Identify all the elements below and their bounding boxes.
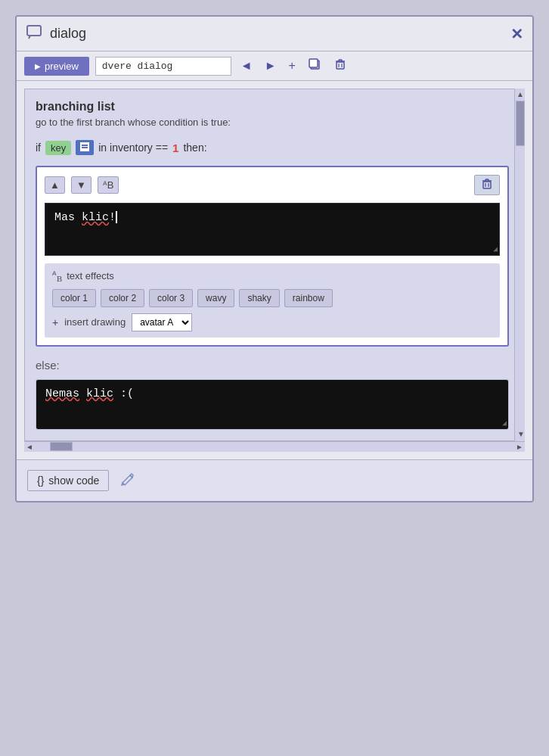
svg-rect-13 — [483, 182, 491, 188]
show-code-button[interactable]: {} show code — [27, 470, 109, 491]
main-content: branching list go to the first branch wh… — [17, 81, 532, 459]
editor-text-after: ! — [109, 211, 116, 224]
else-resize-handle[interactable]: ◢ — [502, 418, 507, 428]
resize-handle[interactable]: ◢ — [493, 244, 498, 254]
scroll-left-arrow[interactable]: ◄ — [24, 443, 35, 451]
section-title: branching list — [36, 100, 509, 114]
close-button[interactable]: ✕ — [510, 25, 523, 43]
toolbar: preview ◄ ► + — [17, 51, 532, 81]
ab-format-button[interactable]: ᴬB — [98, 176, 119, 194]
svg-rect-2 — [309, 59, 318, 67]
effects-row: color 1 color 2 color 3 wavy shaky rainb… — [52, 289, 492, 307]
else-editor-klic: klic — [86, 387, 113, 400]
add-button[interactable]: + — [285, 58, 298, 74]
plus-icon: + — [52, 316, 58, 328]
move-down-button[interactable]: ▼ — [71, 176, 92, 194]
title-bar: dialog ✕ — [17, 17, 532, 51]
then-text: then: — [183, 142, 206, 154]
editor-text-underlined: klic — [82, 211, 109, 224]
else-text-editor[interactable]: Nemas klic :( ◢ — [36, 380, 508, 429]
number-badge: 1 — [172, 142, 178, 154]
branch-block: ▲ ▼ ᴬB — [36, 166, 509, 347]
h-scrollbar-thumb[interactable] — [50, 442, 73, 451]
key-badge: key — [45, 141, 71, 155]
copy-button[interactable] — [305, 56, 324, 76]
dialog-name-input[interactable] — [95, 57, 231, 76]
text-effects-label: text effects — [67, 270, 114, 282]
delete-button[interactable] — [330, 56, 350, 76]
wavy-button[interactable]: wavy — [197, 289, 234, 307]
avatar-select[interactable]: avatar A avatar B avatar C — [132, 313, 192, 331]
show-code-label: show code — [48, 474, 99, 487]
dialog-window: dialog ✕ preview ◄ ► + — [15, 15, 534, 502]
shaky-button[interactable]: shaky — [239, 289, 279, 307]
nav-right-button[interactable]: ► — [262, 58, 280, 74]
condition-line: if key in inventory == 1 then: — [36, 140, 509, 155]
scroll-area[interactable]: branching list go to the first branch wh… — [24, 89, 525, 441]
ab-small-icon: ᴬB — [52, 269, 62, 283]
color3-button[interactable]: color 3 — [149, 289, 193, 307]
scrollbar-thumb[interactable] — [516, 101, 525, 146]
branch-toolbar: ▲ ▼ ᴬB — [45, 175, 500, 195]
nav-left-button[interactable]: ◄ — [237, 58, 256, 74]
dialog-icon — [26, 23, 44, 45]
svg-rect-11 — [82, 145, 88, 146]
v-scrollbar[interactable]: ▲ ▼ — [514, 89, 525, 441]
text-effects-section: ᴬB text effects color 1 color 2 color 3 … — [45, 263, 500, 338]
in-inventory-text: in inventory == — [98, 142, 168, 154]
braces-icon: {} — [37, 474, 44, 487]
svg-rect-3 — [337, 62, 344, 69]
svg-rect-12 — [82, 147, 88, 148]
else-label: else: — [36, 359, 509, 372]
scroll-up-arrow[interactable]: ▲ — [516, 89, 525, 100]
text-effects-title: ᴬB text effects — [52, 269, 492, 283]
section-desc: go to the first branch whose condition i… — [36, 117, 509, 128]
svg-rect-0 — [27, 26, 41, 36]
else-editor-text — [79, 387, 86, 400]
move-up-button[interactable]: ▲ — [45, 176, 65, 194]
else-block: Nemas klic :( ◢ — [36, 379, 509, 430]
branch-text-editor[interactable]: Mas klic! ◢ — [45, 203, 500, 256]
else-section: else: Nemas klic :( ◢ — [36, 359, 509, 430]
preview-button[interactable]: preview — [24, 57, 89, 76]
color2-button[interactable]: color 2 — [101, 289, 144, 307]
if-label: if — [36, 142, 41, 154]
insert-row: + insert drawing avatar A avatar B avata… — [52, 313, 492, 331]
color1-button[interactable]: color 1 — [52, 289, 96, 307]
else-editor-rest: :( — [113, 387, 134, 400]
text-cursor — [116, 211, 117, 223]
ab-label: ᴬB — [103, 179, 114, 191]
window-title: dialog — [50, 26, 86, 42]
bottom-bar: {} show code — [17, 459, 532, 501]
scroll-right-arrow[interactable]: ► — [514, 443, 525, 451]
else-editor-underlined: Nemas — [45, 387, 79, 400]
h-scrollbar[interactable]: ◄ ► — [24, 441, 525, 452]
pencil-button[interactable] — [116, 468, 139, 493]
insert-drawing-label: insert drawing — [64, 316, 126, 328]
title-bar-left: dialog — [26, 23, 86, 45]
rainbow-button[interactable]: rainbow — [284, 289, 333, 307]
branch-delete-button[interactable] — [474, 175, 500, 195]
scroll-down-arrow[interactable]: ▼ — [516, 428, 526, 440]
inventory-icon — [76, 140, 94, 155]
editor-text-before: Mas — [54, 211, 82, 224]
